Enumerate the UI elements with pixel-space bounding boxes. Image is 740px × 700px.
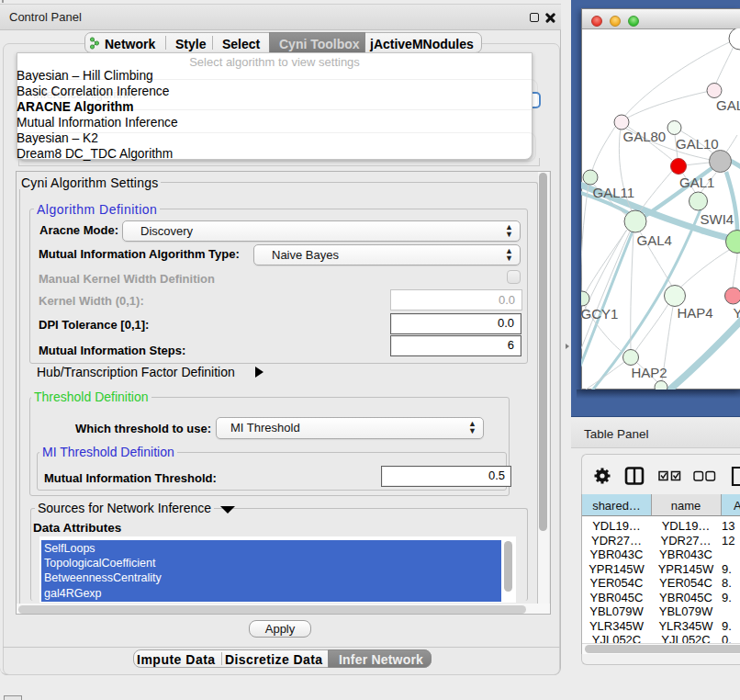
svg-text:SWI4: SWI4 — [701, 211, 734, 227]
svg-text:GAL7: GAL7 — [716, 97, 740, 113]
svg-text:HAP4: HAP4 — [678, 305, 713, 321]
svg-text:Y: Y — [734, 305, 740, 321]
svg-text:GAL10: GAL10 — [676, 136, 719, 152]
svg-text:GAL80: GAL80 — [623, 129, 667, 144]
svg-text:GAL4: GAL4 — [637, 232, 672, 248]
svg-text:GAL11: GAL11 — [593, 185, 635, 200]
svg-text:GCY1: GCY1 — [581, 306, 618, 322]
svg-text:HAP2: HAP2 — [632, 365, 667, 380]
svg-text:GAL1: GAL1 — [679, 175, 714, 190]
